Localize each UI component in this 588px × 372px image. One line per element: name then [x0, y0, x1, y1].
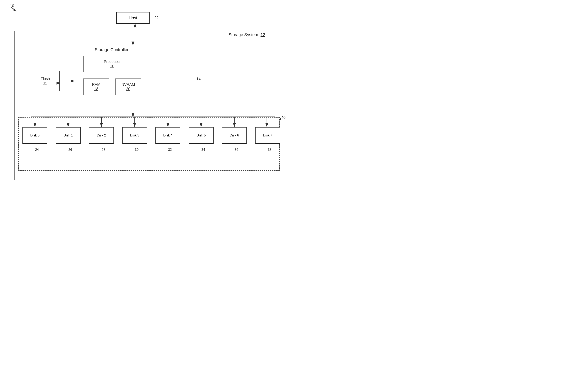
disk-box-4: Disk 4: [155, 127, 180, 144]
flash-ref: 15: [43, 81, 47, 85]
disk-array-ref: 40: [281, 115, 285, 120]
disk-ref-1: 26: [58, 148, 83, 152]
processor-label: Processor: [104, 60, 121, 64]
disk-array-box: [18, 117, 280, 171]
storage-system-label: Storage System 12: [229, 32, 265, 37]
disk-box-0: Disk 0: [22, 127, 47, 144]
disk-box-6: Disk 6: [222, 127, 247, 144]
storage-controller-label: Storage Controller: [95, 47, 128, 52]
nvram-box: NVRAM 20: [115, 79, 141, 95]
disk-ref-6: 36: [224, 148, 249, 152]
disk-box-7: Disk 7: [255, 127, 280, 144]
ram-label: RAM: [92, 83, 100, 87]
storage-controller-ref: ~ 14: [193, 77, 201, 81]
processor-box: Processor 16: [83, 56, 141, 72]
host-ref: ~ 22: [151, 16, 159, 20]
disk-ref-4: 32: [158, 148, 182, 152]
arrow-10-icon: [11, 7, 19, 13]
flash-box: Flash 15: [31, 71, 60, 91]
disk-ref-0: 24: [24, 148, 50, 152]
host-label: Host: [129, 16, 137, 20]
host-box: Host: [116, 12, 150, 24]
flash-label: Flash: [41, 77, 50, 81]
nvram-label: NVRAM: [121, 83, 135, 87]
disk-ref-2: 28: [91, 148, 116, 152]
disk-box-1: Disk 1: [56, 127, 81, 144]
disk-box-3: Disk 3: [122, 127, 147, 144]
nvram-ref: 20: [126, 87, 130, 91]
disk-ref-3: 30: [124, 148, 149, 152]
ram-ref: 18: [94, 87, 98, 91]
processor-ref: 16: [110, 64, 114, 68]
disk-ref-5: 34: [191, 148, 216, 152]
ram-box: RAM 18: [83, 79, 109, 95]
disk-ref-7: 38: [257, 148, 282, 152]
disk-box-5: Disk 5: [189, 127, 214, 144]
disk-box-2: Disk 2: [89, 127, 114, 144]
svg-line-0: [11, 7, 17, 11]
diagram: 10 Host ~ 22 Storage System 12 Storage C…: [0, 0, 294, 186]
